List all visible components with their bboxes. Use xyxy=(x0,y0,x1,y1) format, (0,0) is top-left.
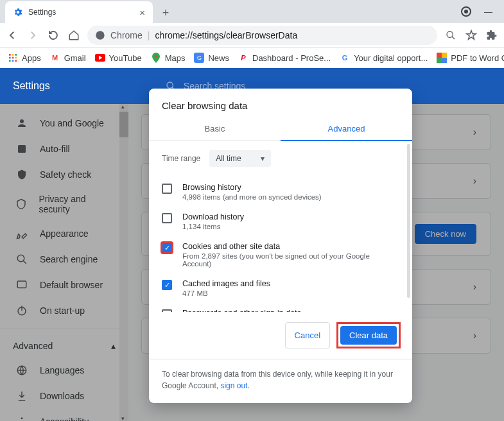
check-title: Passwords and other sign-in data xyxy=(182,309,399,312)
check-row-cookies[interactable]: ✓ Cookies and other site data From 2,897… xyxy=(162,236,399,273)
svg-rect-10 xyxy=(15,60,17,62)
bookmark-star-icon[interactable] xyxy=(464,28,478,42)
svg-rect-9 xyxy=(12,60,14,62)
account-icon[interactable] xyxy=(461,6,471,17)
time-range-label: Time range xyxy=(162,154,200,163)
pdf-icon xyxy=(437,53,447,63)
checkbox-download-history[interactable] xyxy=(162,213,172,223)
check-subtitle: 477 MB xyxy=(182,289,270,297)
svg-rect-2 xyxy=(9,54,11,56)
home-button[interactable] xyxy=(67,28,81,42)
svg-point-0 xyxy=(96,31,104,39)
dialog-tabs: Basic Advanced xyxy=(149,117,412,141)
omnibox-prefix: Chrome xyxy=(110,30,143,40)
time-range-value: All time xyxy=(216,154,241,163)
dialog-actions: Cancel Clear data xyxy=(149,312,412,359)
sign-out-link[interactable]: sign out xyxy=(220,381,247,390)
bookmark-maps[interactable]: Maps xyxy=(148,53,188,63)
svg-rect-6 xyxy=(12,57,14,59)
svg-point-12 xyxy=(155,55,157,58)
gmail-icon: M xyxy=(50,53,60,63)
check-row-cached[interactable]: ✓ Cached images and files 477 MB xyxy=(162,273,399,303)
news-icon: G xyxy=(194,53,204,63)
check-title: Cookies and other site data xyxy=(182,242,399,251)
bookmark-youtube[interactable]: YouTube xyxy=(92,53,144,63)
settings-title: Settings xyxy=(13,80,50,92)
new-tab-button[interactable]: + xyxy=(157,4,175,22)
bookmark-label: Dashboard - ProSe... xyxy=(252,53,331,63)
bookmark-label: YouTube xyxy=(109,53,142,63)
checkbox-cookies[interactable]: ✓ xyxy=(162,243,172,253)
bookmark-label: News xyxy=(208,53,229,63)
gear-icon xyxy=(13,7,23,17)
dialog-footer: To clear browsing data from this device … xyxy=(149,359,412,403)
bookmark-dashboard[interactable]: P Dashboard - ProSe... xyxy=(236,53,333,63)
maps-icon xyxy=(151,53,161,63)
zoom-icon[interactable] xyxy=(444,28,458,42)
check-row-download-history[interactable]: Download history 1,134 items xyxy=(162,207,399,236)
svg-point-17 xyxy=(167,82,173,88)
bookmark-label: PDF to Word Co xyxy=(451,53,504,63)
youtube-icon xyxy=(95,53,105,63)
bookmark-gmail[interactable]: M Gmail xyxy=(48,53,89,63)
svg-rect-7 xyxy=(15,57,17,59)
svg-rect-13 xyxy=(437,53,442,58)
tab-title: Settings xyxy=(28,8,56,17)
check-title: Download history xyxy=(182,212,244,221)
check-title: Cached images and files xyxy=(182,279,270,288)
tab-advanced[interactable]: Advanced xyxy=(281,117,412,141)
close-icon[interactable]: × xyxy=(139,7,145,18)
bookmark-apps[interactable]: Apps xyxy=(5,53,44,63)
omnibox-url: chrome://settings/clearBrowserData xyxy=(155,30,297,40)
svg-rect-3 xyxy=(12,54,14,56)
bookmark-label: Gmail xyxy=(64,53,86,63)
check-row-passwords[interactable]: Passwords and other sign-in data 152 pas… xyxy=(162,303,399,312)
bookmark-news[interactable]: G News xyxy=(191,53,232,63)
omnibox[interactable]: Chrome | chrome://settings/clearBrowserD… xyxy=(87,26,437,45)
browser-tab[interactable]: Settings × xyxy=(5,1,153,23)
window-minimize[interactable]: — xyxy=(484,7,492,17)
window-controls: — xyxy=(461,0,504,23)
dialog-body: Time range All time Browsing history 4,9… xyxy=(149,141,412,312)
bookmark-label: Apps xyxy=(22,53,41,63)
svg-rect-8 xyxy=(9,60,11,62)
checkbox-cached[interactable]: ✓ xyxy=(162,280,172,290)
reload-button[interactable] xyxy=(46,28,60,42)
time-range-row: Time range All time xyxy=(162,150,399,167)
cancel-button[interactable]: Cancel xyxy=(285,322,330,348)
omnibox-separator: | xyxy=(148,30,150,40)
checkbox-passwords[interactable] xyxy=(162,309,172,312)
clear-browsing-data-dialog: Clear browsing data Basic Advanced Time … xyxy=(149,89,412,403)
check-subtitle: From 2,897 sites (you won't be signed ou… xyxy=(182,252,399,268)
check-title: Browsing history xyxy=(182,183,322,192)
tab-basic[interactable]: Basic xyxy=(149,117,281,141)
google-icon: G xyxy=(340,53,350,63)
clear-data-button[interactable]: Clear data xyxy=(340,326,397,345)
bookmarks-bar: Apps M Gmail YouTube Maps G News P Dashb… xyxy=(0,47,504,68)
tab-strip: Settings × + — xyxy=(0,0,504,23)
bookmark-label: Maps xyxy=(165,53,186,63)
footer-text: To clear browsing data from this device … xyxy=(162,370,393,390)
pinterest-icon: P xyxy=(238,53,248,63)
dialog-title: Clear browsing data xyxy=(149,89,412,117)
bookmark-digital[interactable]: G Your digital opport... xyxy=(337,53,430,63)
svg-rect-5 xyxy=(9,57,11,59)
svg-rect-14 xyxy=(442,53,447,58)
svg-rect-16 xyxy=(442,58,447,63)
svg-point-1 xyxy=(447,31,453,37)
svg-rect-15 xyxy=(437,58,442,63)
bookmark-pdf[interactable]: PDF to Word Co xyxy=(434,53,504,63)
check-row-browsing-history[interactable]: Browsing history 4,998 items (and more o… xyxy=(162,177,399,207)
back-button[interactable] xyxy=(5,28,19,42)
forward-button[interactable] xyxy=(26,28,40,42)
chrome-icon xyxy=(95,30,105,40)
apps-icon xyxy=(8,53,18,63)
dialog-scrollbar[interactable] xyxy=(407,144,410,298)
time-range-select[interactable]: All time xyxy=(209,150,270,167)
check-subtitle: 4,998 items (and more on synced devices) xyxy=(182,193,322,201)
checkbox-browsing-history[interactable] xyxy=(162,184,172,194)
clear-data-highlight: Clear data xyxy=(336,322,401,348)
toolbar: Chrome | chrome://settings/clearBrowserD… xyxy=(0,23,504,47)
extensions-icon[interactable] xyxy=(485,28,499,42)
check-subtitle: 1,134 items xyxy=(182,223,244,230)
